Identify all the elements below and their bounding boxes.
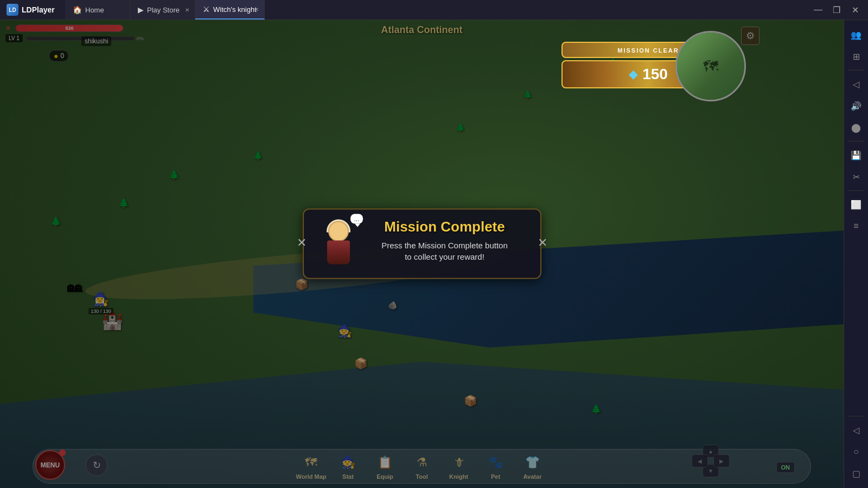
diamond-icon: ◆ — [629, 67, 638, 81]
sidebar-volume-icon[interactable]: ◁ — [846, 74, 866, 94]
home-tab-label: Home — [85, 6, 104, 14]
popup-message: Press the Mission Complete buttonto coll… — [362, 239, 527, 262]
sidebar-save-icon[interactable]: 💾 — [846, 145, 866, 165]
sidebar-divider-4 — [848, 416, 864, 416]
restore-button[interactable]: ❐ — [828, 2, 845, 17]
game-tab-icon: ⚔ — [203, 5, 210, 14]
tab-game[interactable]: ⚔ Witch's knight ✕ — [195, 0, 265, 20]
popup-character: ... — [317, 218, 360, 267]
minimize-button[interactable]: — — [809, 2, 827, 17]
sidebar-square-icon[interactable]: ▢ — [846, 463, 866, 484]
sidebar-users-icon[interactable]: 👥 — [846, 24, 866, 45]
sidebar-record-icon[interactable]: ⬤ — [846, 117, 866, 138]
speech-bubble: ... — [350, 214, 362, 223]
logo-icon: LD — [7, 4, 18, 16]
playstore-tab-icon: ▶ — [138, 5, 144, 14]
titlebar: LD LDPlayer 🏠 Home ▶ Play Store ✕ ⚔ Witc… — [0, 0, 868, 20]
character-body: ... — [317, 218, 360, 267]
tab-home[interactable]: 🏠 Home — [65, 0, 130, 20]
sidebar-cut-icon[interactable]: ✂ — [846, 166, 866, 187]
mission-map-circle: 🗺 — [675, 31, 746, 101]
home-tab-icon: 🏠 — [73, 5, 82, 14]
close-button[interactable]: ✕ — [846, 2, 864, 17]
playstore-tab-label: Play Store — [147, 6, 180, 14]
sidebar-home-icon[interactable]: ○ — [846, 441, 866, 462]
sidebar-divider-2 — [848, 141, 864, 142]
app-logo: LD LDPlayer — [0, 4, 65, 16]
sidebar-grid-icon[interactable]: ⊞ — [846, 46, 866, 67]
game-tab-close[interactable]: ✕ — [252, 5, 261, 14]
mission-map-inner: 🗺 — [677, 33, 744, 100]
char-torso — [327, 240, 350, 264]
right-sidebar: 👥 ⊞ ◁ 🔊 ⬤ 💾 ✂ ⬜ ≡ ◁ ○ ▢ — [844, 20, 868, 488]
popup-title: Mission Complete — [362, 218, 527, 235]
game-tab-label: Witch's knight — [213, 5, 257, 14]
sidebar-import-icon[interactable]: ⬜ — [846, 194, 866, 215]
tab-playstore[interactable]: ▶ Play Store ✕ — [130, 0, 195, 20]
main-area: 🏘 🏰 🌲 🌲 🌲 🌲 📦 🧙 🪨 📦 📦 🌲 🌲 🌲 🌲 🧙‍♀️ 130 /… — [0, 20, 868, 488]
mission-popup: ✕ ✕ ... Mission Complete Press the Missi… — [303, 208, 541, 279]
sidebar-back-icon[interactable]: ◁ — [846, 420, 866, 440]
popup-close-left[interactable]: ✕ — [294, 235, 309, 250]
sidebar-divider-3 — [848, 190, 864, 191]
popup-content: Mission Complete Press the Mission Compl… — [360, 218, 527, 262]
playstore-tab-close[interactable]: ✕ — [183, 5, 192, 14]
popup-header: ✕ ✕ ... Mission Complete Press the Missi… — [317, 218, 527, 267]
window-controls: — ❐ ✕ — [809, 2, 868, 17]
sidebar-list-icon[interactable]: ≡ — [846, 216, 866, 236]
char-head — [328, 221, 349, 241]
map-circle-decoration: 🗺 — [703, 57, 718, 75]
tabs-area: 🏠 Home ▶ Play Store ✕ ⚔ Witch's knight ✕ — [65, 0, 809, 20]
popup-close-right[interactable]: ✕ — [535, 235, 550, 250]
sidebar-divider-1 — [848, 70, 864, 70]
reward-amount: 150 — [642, 66, 668, 83]
sidebar-speaker-icon[interactable]: 🔊 — [846, 95, 866, 116]
game-viewport[interactable]: 🏘 🏰 🌲 🌲 🌲 🌲 📦 🧙 🪨 📦 📦 🌲 🌲 🌲 🌲 🧙‍♀️ 130 /… — [0, 20, 844, 488]
app-name: LDPlayer — [22, 5, 55, 14]
mission-clear-text: MISSION CLEAR — [617, 47, 679, 54]
